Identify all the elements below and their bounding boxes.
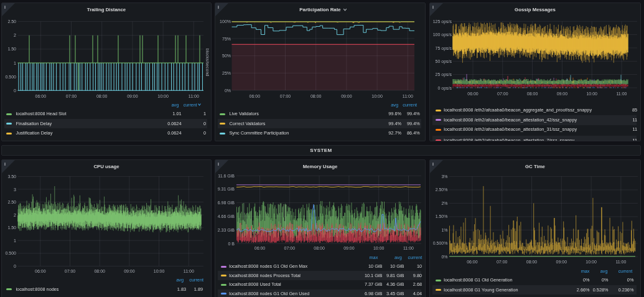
- svg-text:6.98 GiB: 6.98 GiB: [218, 200, 235, 205]
- svg-text:11.6 GiB: 11.6 GiB: [218, 174, 235, 178]
- svg-text:11:00: 11:00: [184, 269, 194, 273]
- svg-text:2.33 GiB: 2.33 GiB: [218, 228, 235, 232]
- svg-text:2: 2: [14, 213, 16, 217]
- svg-text:0%: 0%: [441, 255, 447, 259]
- svg-text:3.50: 3.50: [7, 174, 16, 179]
- svg-text:08:00: 08:00: [314, 246, 325, 250]
- svg-text:1.50: 1.50: [7, 47, 16, 51]
- svg-text:09:00: 09:00: [556, 260, 567, 264]
- svg-text:11:00: 11:00: [189, 94, 199, 98]
- svg-text:9.31 GiB: 9.31 GiB: [218, 187, 235, 191]
- svg-text:2%: 2%: [441, 201, 447, 205]
- svg-text:10:00: 10:00: [586, 260, 597, 264]
- svg-text:07:00: 07:00: [497, 260, 508, 264]
- svg-text:07:00: 07:00: [280, 94, 291, 98]
- svg-text:09:00: 09:00: [343, 246, 355, 250]
- svg-text:11:00: 11:00: [615, 260, 626, 264]
- svg-text:08:00: 08:00: [96, 94, 108, 98]
- svg-text:50 ops/s: 50 ops/s: [436, 59, 452, 64]
- svg-text:2: 2: [14, 33, 16, 37]
- svg-text:08:00: 08:00: [526, 260, 538, 264]
- svg-text:07:00: 07:00: [284, 246, 296, 250]
- svg-text:1%: 1%: [441, 228, 447, 232]
- svg-text:0 B: 0 B: [228, 242, 235, 246]
- svg-text:09:00: 09:00: [341, 94, 352, 98]
- svg-text:08:00: 08:00: [310, 94, 322, 98]
- svg-text:3%: 3%: [441, 174, 447, 179]
- svg-text:10:00: 10:00: [371, 94, 383, 98]
- svg-text:125 ops/s: 125 ops/s: [433, 19, 452, 24]
- svg-text:25 ops/s: 25 ops/s: [436, 72, 452, 77]
- svg-text:11:00: 11:00: [617, 92, 627, 96]
- svg-text:06:00: 06:00: [35, 269, 46, 273]
- svg-text:06:00: 06:00: [250, 94, 261, 98]
- svg-text:75%: 75%: [222, 37, 231, 41]
- svg-text:06:00: 06:00: [254, 246, 266, 250]
- svg-text:1: 1: [14, 61, 16, 65]
- svg-text:11:00: 11:00: [403, 246, 414, 250]
- svg-text:0.500: 0.500: [5, 251, 16, 255]
- svg-text:0: 0: [14, 88, 16, 93]
- svg-text:0: 0: [14, 264, 16, 268]
- svg-text:07:00: 07:00: [66, 94, 77, 98]
- svg-text:1.50%: 1.50%: [436, 214, 448, 219]
- svg-text:2.50%: 2.50%: [436, 187, 448, 192]
- svg-text:08:00: 08:00: [527, 92, 538, 96]
- svg-text:0 ops/s: 0 ops/s: [437, 86, 452, 91]
- svg-text:06:00: 06:00: [467, 92, 478, 96]
- svg-text:100%: 100%: [220, 19, 231, 24]
- svg-text:blocks/second: blocks/second: [205, 49, 210, 76]
- svg-text:1.50: 1.50: [7, 225, 16, 230]
- svg-text:10:00: 10:00: [154, 269, 165, 273]
- svg-text:1: 1: [14, 238, 16, 243]
- svg-text:07:00: 07:00: [497, 92, 508, 96]
- svg-text:0%: 0%: [225, 88, 231, 93]
- svg-text:2.50: 2.50: [7, 19, 16, 24]
- svg-text:50%: 50%: [222, 54, 231, 58]
- svg-text:10:00: 10:00: [373, 246, 385, 250]
- svg-text:06:00: 06:00: [467, 260, 478, 264]
- svg-text:09:00: 09:00: [124, 269, 135, 273]
- svg-text:08:00: 08:00: [94, 269, 105, 273]
- svg-text:10:00: 10:00: [586, 92, 597, 96]
- svg-text:0.500: 0.500: [5, 75, 16, 79]
- svg-text:07:00: 07:00: [65, 269, 76, 273]
- svg-text:11:00: 11:00: [403, 94, 413, 98]
- svg-text:4.66 GiB: 4.66 GiB: [218, 214, 235, 219]
- svg-text:3: 3: [14, 187, 16, 192]
- svg-text:75 ops/s: 75 ops/s: [436, 46, 452, 51]
- svg-text:2.50: 2.50: [7, 200, 16, 204]
- svg-text:25%: 25%: [222, 71, 231, 75]
- svg-text:10:00: 10:00: [157, 94, 169, 98]
- svg-text:100 ops/s: 100 ops/s: [433, 32, 452, 37]
- svg-text:06:00: 06:00: [35, 94, 47, 98]
- svg-text:09:00: 09:00: [127, 94, 138, 98]
- svg-text:0.500%: 0.500%: [433, 241, 448, 245]
- svg-text:09:00: 09:00: [557, 92, 568, 96]
